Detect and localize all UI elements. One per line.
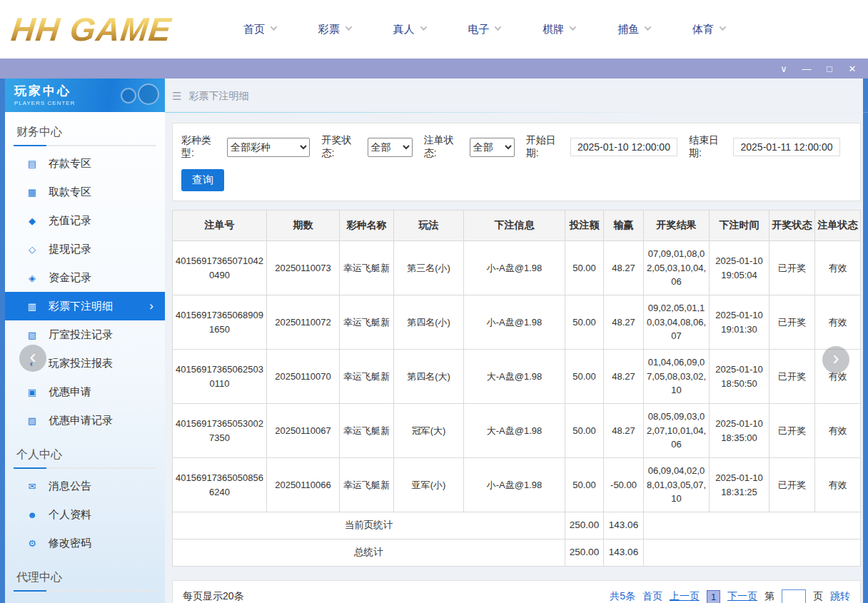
sidebar-item[interactable]: ⚙修改密码: [5, 529, 165, 557]
sidebar-item[interactable]: ▥彩票下注明细: [5, 292, 165, 320]
cell-play: 第三名(小): [394, 241, 464, 295]
bet-table: 注单号期数彩种名称玩法下注信息投注额输赢开奖结果下注时间开奖状态注单状态4015…: [172, 210, 861, 567]
sidebar-item[interactable]: ▦取款专区: [5, 178, 165, 206]
col-header-order-no: 注单号: [173, 211, 267, 241]
nav-item-3[interactable]: 真人: [393, 23, 426, 36]
lottery-type-select[interactable]: 全部彩种: [227, 138, 310, 157]
end-date-input[interactable]: [733, 138, 840, 156]
nav-item-label: 体育: [692, 23, 714, 36]
nav-item-5[interactable]: 棋牌: [542, 23, 575, 36]
sidebar-item[interactable]: ▤存款专区: [5, 149, 165, 178]
cell-draw-result: 01,04,06,09,07,05,08,03,02,10: [644, 350, 710, 404]
scroll-right-button[interactable]: ›: [822, 346, 849, 373]
cell-lottery-name: 幸运飞艇新: [340, 458, 394, 512]
col-header-period: 期数: [267, 211, 340, 241]
next-page-link[interactable]: 下一页: [727, 590, 757, 603]
cell-bet-info: 小-A盘@1.98: [464, 295, 565, 350]
first-page-link[interactable]: 首页: [642, 590, 662, 603]
sidebar-item-label: 优惠申请记录: [49, 414, 113, 427]
window-minimize-icon[interactable]: —: [801, 64, 812, 74]
cell-play: 冠军(大): [394, 404, 464, 458]
sidebar-item-label: 充值记录: [49, 214, 91, 228]
cell-lottery-name: 幸运飞艇新: [340, 350, 394, 404]
sidebar-item[interactable]: ✉消息公告: [5, 472, 165, 500]
sidebar-section-title: 财务中心: [14, 119, 156, 146]
sidebar-section-title: 代理中心: [14, 564, 156, 592]
sidebar-item[interactable]: ◆充值记录: [5, 206, 165, 235]
sidebar-section-title: 个人中心: [14, 442, 156, 469]
promo-record-icon: ▨: [26, 415, 38, 426]
top-header: HH GAME 首页彩票真人电子棋牌捕鱼体育: [0, 0, 868, 59]
sidebar-item[interactable]: ◈资金记录: [5, 263, 165, 292]
cell-bet-amount: 50.00: [565, 350, 604, 404]
cell-win-loss: 48.27: [604, 295, 644, 350]
total-count: 共5条: [610, 590, 635, 603]
cell-draw-result: 09,02,05,01,10,03,04,08,06,07: [644, 295, 710, 350]
main-content: ☰ 彩票下注明细 彩种类型: 全部彩种 开奖状态: 全部 注单状态: 全部: [165, 78, 868, 603]
cell-lottery-name: 幸运飞艇新: [340, 404, 394, 458]
page-title: 彩票下注明细: [188, 90, 248, 103]
sidebar-item[interactable]: ☻个人资料: [5, 500, 165, 529]
jump-button[interactable]: 跳转: [830, 590, 850, 603]
cell-order-status: 有效: [815, 241, 861, 295]
sidebar-item-label: 提现记录: [49, 243, 91, 256]
cell-bet-info: 大-A盘@1.98: [464, 350, 565, 404]
profile-icon: ☻: [26, 510, 38, 520]
cell-lottery-name: 幸运飞艇新: [340, 241, 394, 295]
sidebar-item-label: 消息公告: [49, 480, 91, 493]
cell-draw-status: 已开奖: [769, 241, 815, 295]
cell-bet-amount: 50.00: [565, 458, 604, 512]
end-date-label: 结束日期:: [689, 134, 730, 160]
cell-win-loss: -50.00: [604, 458, 644, 512]
summary-row: 当前页统计250.00143.06: [173, 512, 861, 539]
cell-bet-time: 2025-01-10 18:35:00: [710, 404, 769, 458]
cell-play: 第四名(小): [394, 295, 464, 350]
nav-item-4[interactable]: 电子: [468, 23, 500, 36]
cell-bet-amount: 50.00: [565, 241, 604, 295]
summary-bet-amount: 250.00: [565, 539, 604, 567]
prev-page-link[interactable]: 上一页: [670, 590, 700, 603]
start-date-input[interactable]: [570, 138, 677, 156]
search-button[interactable]: 查询: [181, 169, 224, 191]
col-header-bet-time: 下注时间: [710, 211, 769, 241]
order-status-select[interactable]: 全部: [470, 138, 515, 157]
cell-order-no: 401569173650710420490: [173, 241, 267, 295]
summary-bet-amount: 250.00: [565, 512, 604, 539]
window-chevron-down-icon[interactable]: ∨: [778, 64, 789, 74]
sidebar-item-label: 资金记录: [49, 271, 91, 285]
current-page[interactable]: 1: [707, 590, 720, 603]
table-row: 40156917365053002735020250110067幸运飞艇新冠军(…: [173, 404, 861, 458]
col-header-bet-info: 下注信息: [464, 211, 565, 241]
cell-play: 亚军(小): [394, 458, 464, 512]
chevron-down-icon: [420, 24, 427, 31]
window-titlebar: ∨ — □ ✕: [0, 59, 868, 78]
nav-item-2[interactable]: 彩票: [318, 23, 351, 36]
nav-item-6[interactable]: 捕鱼: [617, 23, 650, 36]
summary-win-loss: 143.06: [604, 539, 644, 567]
jump-page-input[interactable]: [782, 589, 806, 603]
cell-lottery-name: 幸运飞艇新: [340, 295, 394, 350]
cell-draw-status: 已开奖: [769, 295, 815, 350]
deposit-icon: ▤: [26, 158, 38, 169]
chevron-down-icon: [271, 24, 278, 31]
window-close-icon[interactable]: ✕: [847, 64, 858, 74]
window-maximize-icon[interactable]: □: [824, 64, 835, 74]
sidebar-item[interactable]: ◇提现记录: [5, 235, 165, 263]
scroll-left-button[interactable]: ‹: [19, 345, 46, 372]
main-nav: 首页彩票真人电子棋牌捕鱼体育: [243, 23, 725, 36]
cell-bet-time: 2025-01-10 19:05:04: [710, 241, 769, 295]
cell-order-no: 401569173650508566240: [173, 458, 267, 512]
cell-play: 第四名(大): [394, 350, 464, 404]
sidebar-item[interactable]: ▨优惠申请记录: [5, 406, 165, 435]
menu-icon[interactable]: ☰: [172, 90, 181, 103]
sidebar-item-label: 个人资料: [49, 508, 91, 522]
logo: HH GAME: [9, 10, 213, 49]
nav-item-label: 真人: [393, 23, 415, 36]
cell-period: 20250110066: [267, 458, 340, 512]
nav-item-7[interactable]: 体育: [692, 23, 725, 36]
order-status-label: 注单状态:: [424, 134, 466, 160]
sidebar-item[interactable]: ▣优惠申请: [5, 377, 165, 406]
nav-item-1[interactable]: 首页: [243, 23, 276, 36]
sidebar-item-label: 玩家投注报表: [49, 357, 113, 370]
draw-status-select[interactable]: 全部: [368, 138, 413, 157]
